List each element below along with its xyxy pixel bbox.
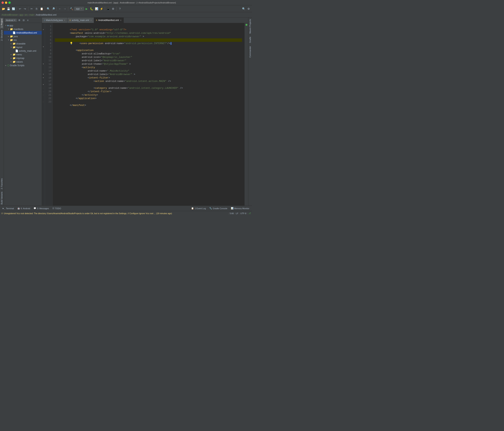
separator-6 [105, 7, 105, 11]
redo-button[interactable]: ↪ [23, 7, 27, 11]
maximize-button[interactable] [8, 1, 11, 4]
paste-button[interactable]: 📋 [39, 7, 44, 11]
separator-7 [117, 7, 117, 11]
nav-forward-button[interactable]: → [63, 7, 67, 11]
find-button[interactable]: 🔍 [46, 7, 51, 11]
line-num-19: 19 [45, 86, 53, 90]
tree-arrow-layout: ▼ [10, 46, 13, 48]
line-separator[interactable]: LF [236, 212, 238, 215]
tree-label-drawable: drawable [16, 42, 26, 45]
gradle-tab[interactable]: Gradle [248, 35, 252, 45]
build-variants-tab[interactable]: Build Variants [0, 190, 4, 206]
sync-project-icon[interactable]: ⚙ [18, 18, 21, 22]
line-num-9: 9 [45, 52, 53, 56]
tree-item-values[interactable]: ► 📁 values [4, 60, 42, 64]
coverage-button[interactable]: 📊 [94, 7, 99, 11]
commander-tab[interactable]: Commander [248, 45, 252, 59]
open-folder-button[interactable]: 📂 [1, 7, 6, 11]
sdk-button[interactable]: ⚙ [111, 7, 116, 11]
run-config-selector[interactable]: app ▼ [74, 7, 84, 11]
memory-monitor-tab[interactable]: 📊 Memory Monitor [229, 206, 251, 210]
android-dropdown[interactable]: Android ▼ [5, 19, 17, 22]
tab-close-mainactivity[interactable]: ✕ [64, 19, 65, 22]
android-dropdown-label: Android [6, 19, 13, 21]
profile-button[interactable]: ⚡ [99, 7, 104, 11]
find2-button[interactable]: 🔎 [51, 7, 55, 11]
tab-close-androidmanifest[interactable]: ✕ [120, 19, 122, 22]
favorites-tab[interactable]: 2: Favorites [0, 177, 4, 190]
tree-item-app[interactable]: ▼ ■ app [4, 24, 42, 27]
fold-line-18[interactable]: ▼ [42, 83, 45, 86]
fold-line-7[interactable]: ▼ [42, 45, 45, 49]
fold-line-2[interactable]: ▼ [42, 28, 45, 31]
structure-tab[interactable]: Z: Structure [0, 29, 4, 42]
tree-item-activity-main[interactable]: 📄 activity_main.xml [4, 49, 42, 53]
event-log-tab[interactable]: 📋 1 Event Log [190, 206, 207, 210]
sync-button[interactable]: 🔄 [11, 7, 16, 11]
save-button[interactable]: 💾 [6, 7, 11, 11]
xml-icon-tab-manifest: X [96, 19, 97, 21]
tree-item-androidmanifest[interactable]: 📄 AndroidManifest.xml [4, 31, 42, 35]
tree-item-menu[interactable]: ► 📁 menu [4, 53, 42, 56]
messages-tab[interactable]: 💬 0: Messages [32, 206, 50, 210]
project-tab[interactable]: 1: Project [0, 18, 4, 29]
debug-button[interactable]: 🐛 [90, 7, 94, 11]
code-editor[interactable]: ▼ ▼ ▼ ▼ ▼ ▼ ▽ ▽ ▽ ▽ [42, 23, 248, 206]
tree-item-manifests[interactable]: ▼ 📁 manifests [4, 27, 42, 31]
close-button[interactable] [1, 1, 4, 4]
tree-item-mipmap[interactable]: ► 📁 mipmap [4, 56, 42, 60]
terminal-label: Terminal [6, 207, 14, 210]
breadcrumb-sep-4: › [35, 14, 35, 16]
fold-line-16[interactable]: ▼ [42, 76, 45, 80]
tab-label-activity-main: activity_main.xml [72, 19, 89, 22]
tree-item-gradle-scripts[interactable]: ► ⬡ Gradle Scripts [4, 64, 42, 67]
collapse-all-icon[interactable]: ⊟ [22, 18, 26, 22]
tree-item-layout[interactable]: ▼ 📁 layout [4, 46, 42, 49]
undo-button[interactable]: ↩ [18, 7, 22, 11]
tree-item-res[interactable]: ▼ 📁 res [4, 38, 42, 42]
left-side-tabs: 1: Project Z: Structure 2: Favorites Bui… [0, 18, 4, 206]
tree-item-drawable[interactable]: ► 📁 drawable [4, 42, 42, 46]
cut-button[interactable]: ✂ [29, 7, 34, 11]
code-content[interactable]: <?xml version="1.0" encoding="utf-8"?> <… [53, 23, 244, 206]
encoding[interactable]: UTF-8 [240, 212, 246, 215]
status-warning-text[interactable]: Unregistered Vcs root detected: The dire… [4, 212, 228, 215]
tree-arrow-gradle: ► [5, 64, 7, 66]
build-button[interactable]: 🔨 [69, 7, 74, 11]
fold-line-12[interactable]: ▼ [42, 62, 45, 66]
breadcrumb-main[interactable]: main [29, 14, 34, 16]
line-num-11: 11 [45, 59, 53, 62]
tab-mainactivity[interactable]: J MainActivity.java ✕ [42, 18, 67, 23]
copy-button[interactable]: ⎘ [34, 7, 39, 11]
fold-line-15[interactable]: ▼ [42, 73, 45, 76]
avd-button[interactable]: 📱 [106, 7, 111, 11]
breadcrumb-androidbrowser[interactable]: AndroidBrowser [1, 14, 18, 16]
line-num-12: 12 [45, 62, 53, 66]
code-quality-indicator[interactable] [245, 24, 247, 26]
gradle-console-tab[interactable]: 🔧 Gradle Console [208, 206, 229, 210]
android-tab[interactable]: 🤖 6: Android [16, 206, 32, 210]
run-button[interactable]: ▶ [84, 7, 89, 11]
maven-projects-tab[interactable]: Maven Projects [248, 18, 252, 35]
nav-back-button[interactable]: ← [58, 7, 62, 11]
cursor-position[interactable]: 5:66 [230, 212, 234, 215]
project-tree: ▼ ■ app ▼ 📁 manifests 📄 AndroidManifest.… [4, 23, 42, 206]
status-bar: ⚠ Unregistered Vcs root detected: The di… [0, 211, 252, 216]
tab-close-activity-main[interactable]: ✕ [90, 19, 92, 22]
gear-icon[interactable]: ≡ [26, 18, 30, 22]
editor-area: J MainActivity.java ✕ X activity_main.xm… [42, 18, 248, 206]
breadcrumb-src[interactable]: src [25, 14, 28, 16]
settings-button[interactable]: ⚙ [246, 7, 251, 11]
breadcrumb-app[interactable]: app [19, 14, 23, 16]
todo-tab[interactable]: ☑ TODO [51, 206, 63, 210]
help-button[interactable]: ? [118, 7, 122, 11]
search-all-button[interactable]: 🔍 [241, 7, 246, 11]
event-log-label: 1 Event Log [195, 207, 206, 210]
terminal-tab[interactable]: ▶_ Terminal [1, 206, 15, 210]
tree-item-java[interactable]: ► 📁 java [4, 35, 42, 38]
minimize-button[interactable] [5, 1, 7, 4]
tab-activity-main[interactable]: X activity_main.xml ✕ [67, 18, 94, 23]
tree-label-res: res [14, 39, 17, 41]
line-num-4: 4 [45, 35, 53, 38]
tab-androidmanifest[interactable]: X AndroidManifest.xml ✕ [94, 18, 124, 23]
